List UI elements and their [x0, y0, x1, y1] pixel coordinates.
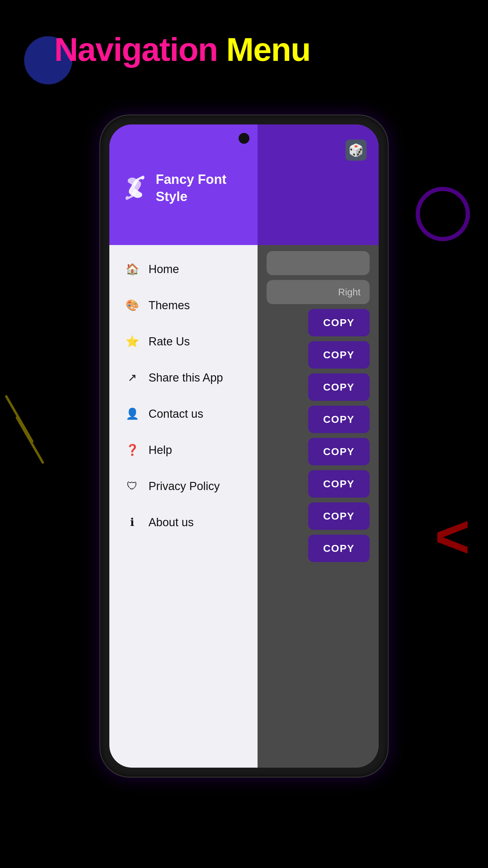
page-title-yellow: Menu: [226, 31, 310, 68]
copy-button-0[interactable]: COPY: [308, 309, 369, 336]
nav-icon-themes: 🎨: [124, 298, 140, 313]
bg-slash-yellow2: [15, 416, 44, 464]
nav-icon-help: ❓: [124, 442, 140, 458]
nav-label-themes: Themes: [149, 299, 190, 312]
nav-item-share[interactable]: ↗ Share this App: [109, 360, 258, 396]
copy-button-3[interactable]: COPY: [308, 406, 369, 433]
header-left: Fancy Font Style: [109, 124, 258, 245]
nav-label-home: Home: [149, 263, 179, 276]
phone-screen: Fancy Font Style 🎲 🏠 Home 🎨 Themes ⭐ Rat: [109, 124, 379, 768]
nav-item-home[interactable]: 🏠 Home: [109, 251, 258, 287]
nav-label-rate-us: Rate Us: [149, 335, 190, 348]
align-text: Right: [338, 287, 361, 298]
bg-slash-yellow: [5, 395, 34, 443]
app-logo-icon: [121, 176, 149, 200]
copy-button-2[interactable]: COPY: [308, 373, 369, 401]
phone-wrapper: Fancy Font Style 🎲 🏠 Home 🎨 Themes ⭐ Rat: [99, 115, 389, 778]
nav-item-about[interactable]: ℹ About us: [109, 504, 258, 540]
nav-item-privacy[interactable]: 🛡 Privacy Policy: [109, 468, 258, 504]
bg-circle-purple-outline: [416, 187, 470, 241]
header-right: 🎲: [258, 124, 379, 245]
nav-item-rate-us[interactable]: ⭐ Rate Us: [109, 323, 258, 360]
nav-label-help: Help: [149, 444, 172, 457]
nav-icon-about: ℹ: [124, 515, 140, 530]
nav-icon-privacy: 🛡: [124, 478, 140, 494]
app-title: Fancy Font Style: [156, 170, 246, 205]
page-title: Navigation Menu: [54, 30, 310, 68]
copy-button-4[interactable]: COPY: [308, 438, 369, 465]
nav-item-contact[interactable]: 👤 Contact us: [109, 396, 258, 432]
main-panel: Right COPYCOPYCOPYCOPYCOPYCOPYCOPYCOPY: [258, 245, 379, 768]
copy-button-5[interactable]: COPY: [308, 470, 369, 498]
nav-icon-contact: 👤: [124, 406, 140, 422]
nav-icon-rate-us: ⭐: [124, 334, 140, 349]
phone-frame: Fancy Font Style 🎲 🏠 Home 🎨 Themes ⭐ Rat: [99, 115, 389, 778]
nav-item-themes[interactable]: 🎨 Themes: [109, 287, 258, 323]
nav-label-about: About us: [149, 516, 194, 529]
align-bar[interactable]: Right: [267, 280, 369, 304]
dice-icon[interactable]: 🎲: [346, 140, 367, 161]
nav-icon-share: ↗: [124, 370, 140, 385]
copy-button-7[interactable]: COPY: [308, 535, 369, 562]
bg-angle-red: <: [435, 506, 470, 567]
nav-label-contact: Contact us: [149, 407, 203, 421]
camera-notch: [238, 133, 250, 144]
text-input-bar[interactable]: [267, 251, 369, 275]
copy-button-1[interactable]: COPY: [308, 341, 369, 369]
nav-icon-home: 🏠: [124, 261, 140, 277]
nav-label-share: Share this App: [149, 371, 223, 384]
nav-label-privacy: Privacy Policy: [149, 480, 220, 493]
nav-panel: 🏠 Home 🎨 Themes ⭐ Rate Us ↗ Share this A…: [109, 245, 258, 768]
page-title-pink: Navigation: [54, 31, 218, 68]
copy-button-6[interactable]: COPY: [308, 502, 369, 530]
screen-body: 🏠 Home 🎨 Themes ⭐ Rate Us ↗ Share this A…: [109, 245, 379, 768]
nav-item-help[interactable]: ❓ Help: [109, 432, 258, 468]
